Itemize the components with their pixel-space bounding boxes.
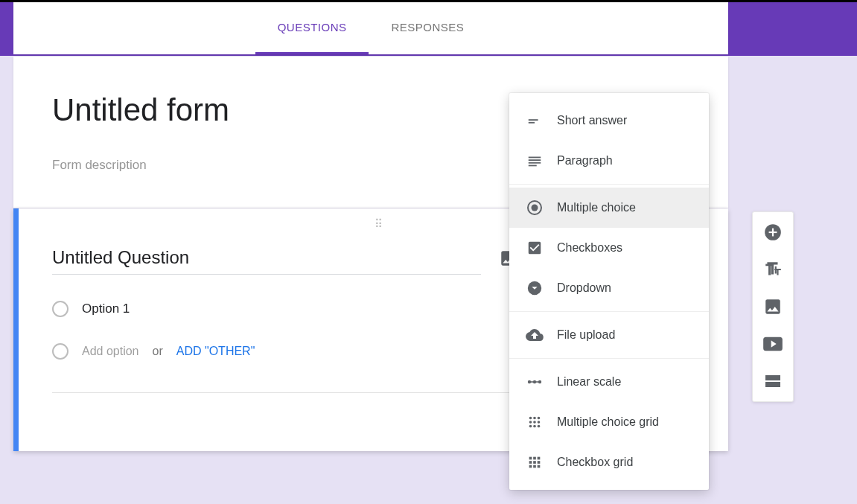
- dropdown-separator: [509, 184, 709, 185]
- section-icon: [764, 374, 782, 389]
- type-dropdown-label: Dropdown: [557, 281, 611, 295]
- side-toolbar: [752, 211, 794, 402]
- svg-point-18: [533, 421, 536, 424]
- dot-grid-icon: [526, 413, 544, 431]
- svg-rect-25: [538, 457, 541, 460]
- add-image-button[interactable]: [762, 296, 784, 318]
- type-mc-grid[interactable]: Multiple choice grid: [509, 402, 709, 442]
- video-icon: [762, 336, 783, 352]
- svg-point-8: [532, 205, 538, 211]
- or-text: or: [153, 345, 163, 358]
- add-title-button[interactable]: [762, 258, 784, 281]
- type-linear-scale[interactable]: Linear scale: [509, 362, 709, 402]
- svg-rect-2: [529, 122, 535, 124]
- type-checkboxes[interactable]: Checkboxes: [509, 228, 709, 268]
- type-file-upload[interactable]: File upload: [509, 315, 709, 355]
- svg-point-20: [529, 425, 532, 428]
- tab-questions[interactable]: QUESTIONS: [255, 2, 369, 54]
- svg-rect-35: [765, 382, 780, 387]
- dropdown-circle-icon: [526, 279, 544, 297]
- svg-rect-29: [529, 465, 532, 468]
- svg-rect-28: [538, 461, 541, 464]
- svg-rect-26: [529, 461, 532, 464]
- svg-rect-31: [538, 465, 541, 468]
- svg-rect-1: [529, 119, 538, 121]
- svg-point-19: [538, 421, 541, 424]
- svg-point-16: [538, 417, 541, 420]
- svg-point-17: [529, 421, 532, 424]
- svg-rect-27: [533, 461, 536, 464]
- svg-rect-24: [533, 457, 536, 460]
- add-circle-icon: [763, 223, 783, 242]
- type-multiple-choice-label: Multiple choice: [557, 201, 636, 214]
- add-question-button[interactable]: [762, 221, 784, 243]
- square-grid-icon: [526, 453, 544, 471]
- type-dropdown[interactable]: Dropdown: [509, 268, 709, 308]
- add-video-button[interactable]: [762, 333, 784, 355]
- svg-rect-5: [529, 162, 541, 164]
- dropdown-separator: [509, 358, 709, 359]
- radio-checked-icon: [526, 199, 544, 217]
- checkbox-icon: [526, 239, 544, 257]
- question-type-dropdown: Short answer Paragraph Multiple choice C…: [509, 93, 709, 490]
- text-tt-icon: [763, 260, 783, 279]
- type-file-upload-label: File upload: [557, 328, 615, 342]
- svg-rect-4: [529, 159, 541, 161]
- add-section-button[interactable]: [762, 370, 784, 392]
- type-checkboxes-label: Checkboxes: [557, 241, 622, 255]
- tab-responses[interactable]: RESPONSES: [369, 2, 486, 54]
- type-paragraph[interactable]: Paragraph: [509, 141, 709, 181]
- svg-point-21: [533, 425, 536, 428]
- add-other-button[interactable]: ADD "OTHER": [176, 345, 255, 358]
- paragraph-icon: [526, 152, 544, 170]
- tabs-row: QUESTIONS RESPONSES: [255, 2, 487, 54]
- type-short-answer-label: Short answer: [557, 114, 627, 127]
- svg-rect-13: [529, 381, 540, 383]
- linear-scale-icon: [526, 373, 544, 391]
- type-multiple-choice[interactable]: Multiple choice: [509, 188, 709, 228]
- svg-rect-34: [765, 375, 780, 380]
- cloud-upload-icon: [526, 326, 544, 344]
- svg-rect-23: [529, 457, 532, 460]
- svg-point-14: [529, 417, 532, 420]
- image-icon: [763, 297, 783, 316]
- type-paragraph-label: Paragraph: [557, 154, 613, 168]
- radio-icon: [52, 343, 69, 360]
- svg-point-15: [533, 417, 536, 420]
- type-cb-grid-label: Checkbox grid: [557, 456, 633, 469]
- question-text-input[interactable]: [52, 241, 481, 275]
- add-option-text[interactable]: Add option: [82, 345, 139, 358]
- svg-point-22: [538, 425, 541, 428]
- svg-rect-30: [533, 465, 536, 468]
- type-short-answer[interactable]: Short answer: [509, 101, 709, 141]
- type-cb-grid[interactable]: Checkbox grid: [509, 442, 709, 482]
- short-answer-icon: [526, 112, 544, 130]
- type-mc-grid-label: Multiple choice grid: [557, 415, 659, 429]
- type-linear-scale-label: Linear scale: [557, 375, 621, 389]
- option-1-input[interactable]: [82, 297, 240, 321]
- svg-rect-6: [529, 165, 537, 167]
- radio-icon: [52, 301, 69, 317]
- dropdown-separator: [509, 311, 709, 312]
- svg-rect-3: [529, 157, 541, 159]
- tabs-card: QUESTIONS RESPONSES: [13, 2, 728, 54]
